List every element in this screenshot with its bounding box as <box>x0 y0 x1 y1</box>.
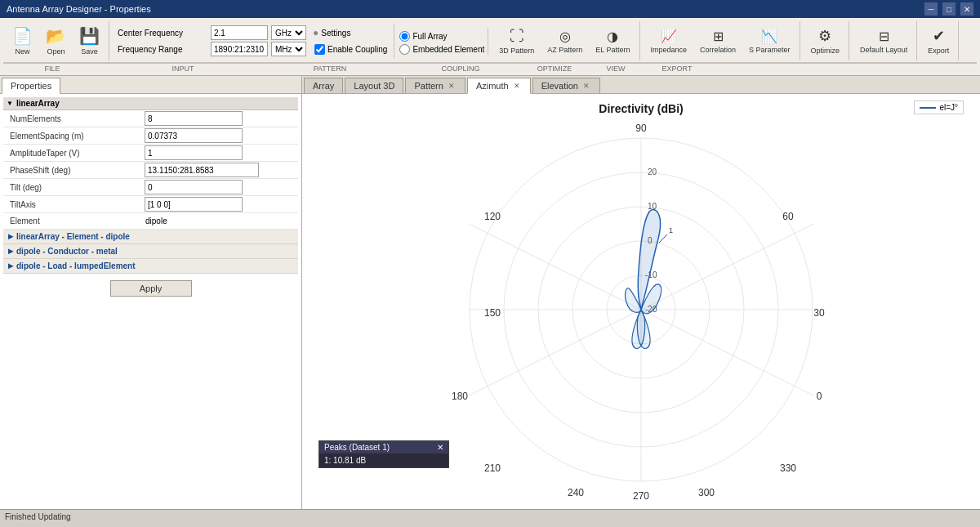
export-button[interactable]: ✔ Export <box>922 21 955 60</box>
optimize-label: OPTIMIZE <box>526 65 583 73</box>
peaks-close-button[interactable]: ✕ <box>437 443 443 452</box>
linear-array-header[interactable]: ▼ linearArray <box>3 97 298 110</box>
svg-line-10 <box>469 310 641 395</box>
correlation-icon: ⊞ <box>713 29 724 44</box>
minimize-button[interactable]: ─ <box>924 2 938 16</box>
correlation-button[interactable]: ⊞ Correlation <box>694 21 742 60</box>
dipole-conductor-section[interactable]: ▶ dipole - Conductor - metal <box>3 244 298 259</box>
center-freq-unit-select[interactable]: GHz MHz <box>271 25 306 40</box>
tilt-row: Tilt (deg) <box>3 179 298 196</box>
toolbar-top: 📄 New 📂 Open 💾 Save Center Frequency GHz… <box>3 20 977 63</box>
pattern-tab-close[interactable]: ✕ <box>447 82 457 90</box>
tilt-input[interactable] <box>145 180 243 194</box>
amplitude-taper-input[interactable] <box>145 145 243 160</box>
view-label: VIEW <box>583 65 648 73</box>
legend-label: el=J° <box>939 103 958 112</box>
svg-line-9 <box>641 310 813 395</box>
pattern-tab[interactable]: Pattern ✕ <box>405 78 465 93</box>
export-section: ✔ Export <box>919 21 959 60</box>
svg-text:20: 20 <box>648 167 657 176</box>
az-pattern-icon: ◎ <box>559 29 571 44</box>
polar-plot-container: 90 60 30 0 330 300 270 240 210 <box>445 114 837 506</box>
content-tabs: Array Layout 3D Pattern ✕ Azimuth ✕ Elev… <box>302 76 980 94</box>
save-label: Save <box>81 47 98 56</box>
freq-range-input[interactable] <box>211 42 268 56</box>
pattern-buttons-section: ⛶ 3D Pattern ◎ AZ Pattern ◑ EL Pattern <box>490 21 639 60</box>
default-layout-icon: ⊟ <box>879 29 889 44</box>
plot-area: Directivity (dBi) el=J° <box>302 94 980 509</box>
center-freq-label: Center Frequency <box>118 29 207 38</box>
maximize-button[interactable]: □ <box>942 2 956 16</box>
main-area: Properties ▼ linearArray NumElements Ele… <box>0 76 980 509</box>
svg-text:150: 150 <box>484 307 501 319</box>
new-button[interactable]: 📄 New <box>7 21 38 60</box>
properties-tab[interactable]: Properties <box>2 78 60 94</box>
svg-line-28 <box>659 234 667 243</box>
optimize-button[interactable]: ⚙ Optimize <box>805 21 846 60</box>
num-elements-input[interactable] <box>145 111 243 126</box>
open-icon: 📂 <box>46 26 66 46</box>
peaks-title: Peaks (Dataset 1) ✕ <box>319 441 448 453</box>
svg-text:120: 120 <box>484 211 501 222</box>
svg-text:330: 330 <box>780 462 796 474</box>
phase-shift-label: PhaseShift (deg) <box>3 164 142 176</box>
tilt-axis-label: TiltAxis <box>3 199 142 211</box>
full-array-option[interactable]: Full Array <box>399 31 447 42</box>
element-spacing-row: ElementSpacing (m) <box>3 127 298 145</box>
enable-coupling-label: Enable Coupling <box>327 45 387 54</box>
pattern-label: PATTERN <box>265 65 395 73</box>
peaks-box: Peaks (Dataset 1) ✕ 1: 10.81 dB <box>318 440 449 468</box>
element-spacing-input[interactable] <box>145 128 243 143</box>
s-parameter-icon: 📉 <box>761 29 777 44</box>
phase-shift-input[interactable] <box>145 163 259 177</box>
svg-text:0: 0 <box>817 391 822 402</box>
open-button[interactable]: 📂 Open <box>40 21 72 60</box>
left-tabs-bar: Properties <box>0 76 301 94</box>
window-title: Antenna Array Designer - Properties <box>7 4 151 14</box>
phase-shift-row: PhaseShift (deg) <box>3 162 298 179</box>
azimuth-tab[interactable]: Azimuth ✕ <box>467 78 531 94</box>
tilt-axis-input[interactable] <box>145 197 243 212</box>
freq-range-unit-select[interactable]: MHz GHz <box>271 42 306 56</box>
3d-pattern-button[interactable]: ⛶ 3D Pattern <box>493 21 540 60</box>
left-panel: Properties ▼ linearArray NumElements Ele… <box>0 76 302 509</box>
dipole-load-section[interactable]: ▶ dipole - Load - lumpedElement <box>3 259 298 274</box>
default-layout-button[interactable]: ⊟ Default Layout <box>854 21 913 60</box>
element-value: dipole <box>142 215 298 227</box>
coupling-buttons-section: 📈 Impedance ⊞ Correlation 📉 S Parameter <box>642 21 800 60</box>
tilt-value <box>142 179 298 195</box>
element-spacing-label: ElementSpacing (m) <box>3 130 142 142</box>
el-pattern-button[interactable]: ◑ EL Pattern <box>590 21 635 60</box>
azimuth-tab-close[interactable]: ✕ <box>512 82 522 90</box>
svg-text:180: 180 <box>452 391 468 402</box>
title-bar-controls[interactable]: ─ □ ✕ <box>924 2 973 16</box>
impedance-button[interactable]: 📈 Impedance <box>645 21 693 60</box>
phase-shift-value <box>142 162 298 178</box>
enable-coupling-checkbox[interactable] <box>314 44 325 55</box>
num-elements-label: NumElements <box>3 113 142 125</box>
svg-line-8 <box>469 224 641 310</box>
save-button[interactable]: 💾 Save <box>74 21 105 60</box>
elevation-tab[interactable]: Elevation ✕ <box>532 78 600 93</box>
freq-range-label: Frequency Range <box>118 45 207 54</box>
element-label: Element <box>3 215 142 227</box>
s-parameter-button[interactable]: 📉 S Parameter <box>743 21 796 60</box>
pattern-radio-section: Full Array Embedded Element <box>396 28 488 55</box>
linear-array-element-section[interactable]: ▶ linearArray - Element - dipole <box>3 230 298 244</box>
apply-button[interactable]: Apply <box>110 280 192 297</box>
svg-text:90: 90 <box>635 123 647 134</box>
svg-text:300: 300 <box>698 487 715 498</box>
tilt-axis-row: TiltAxis <box>3 196 298 213</box>
close-button[interactable]: ✕ <box>960 2 973 16</box>
elevation-tab-close[interactable]: ✕ <box>581 82 591 90</box>
az-pattern-button[interactable]: ◎ AZ Pattern <box>541 21 588 60</box>
status-text: Finished Updating <box>5 512 71 521</box>
center-freq-input[interactable] <box>211 25 268 40</box>
tri-icon: ▶ <box>8 233 13 240</box>
layout-3d-tab[interactable]: Layout 3D <box>345 78 403 93</box>
embedded-element-option[interactable]: Embedded Element <box>399 44 484 55</box>
impedance-icon: 📈 <box>661 29 677 44</box>
array-tab[interactable]: Array <box>304 78 343 93</box>
export-icon: ✔ <box>933 27 945 45</box>
amplitude-taper-label: AmplitudeTaper (V) <box>3 147 142 159</box>
